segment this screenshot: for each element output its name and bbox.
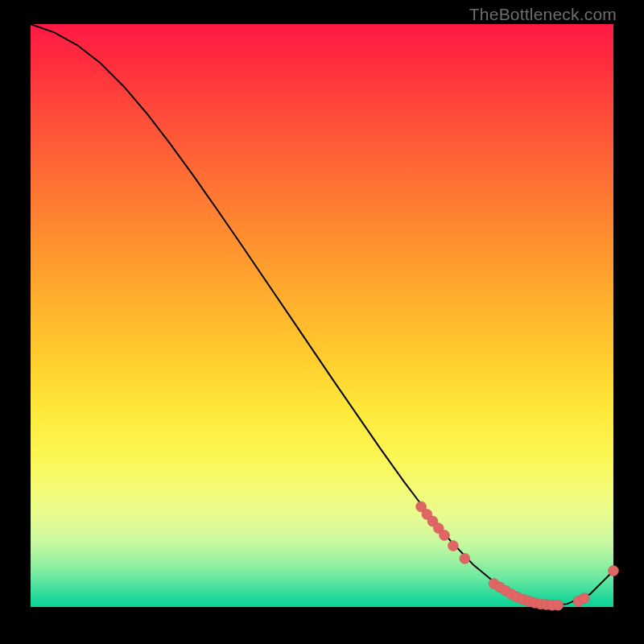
curve-line [31, 24, 613, 605]
chart-overlay [31, 24, 613, 607]
chart-stage: TheBottleneck.com [0, 0, 644, 644]
data-marker [553, 600, 564, 610]
data-marker [579, 593, 589, 604]
data-marker [448, 540, 458, 551]
data-marker [440, 530, 450, 540]
watermark-text: TheBottleneck.com [469, 5, 617, 24]
plot-area [31, 24, 613, 607]
data-marker [460, 553, 470, 564]
data-marker [609, 566, 619, 576]
